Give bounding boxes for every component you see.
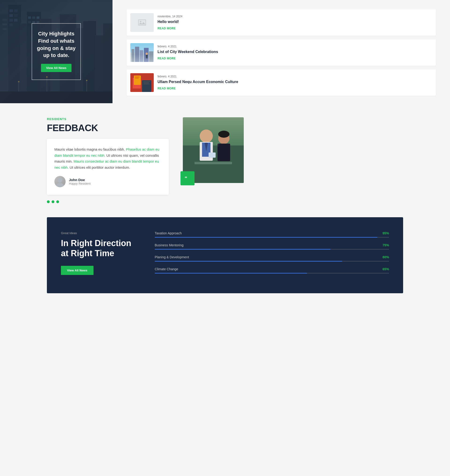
svg-rect-67	[195, 162, 232, 164]
progress-value-4: 65%	[383, 267, 389, 271]
progress-item-2: Business Mentoring 75%	[155, 243, 389, 250]
svg-point-60	[200, 129, 213, 143]
svg-rect-42	[140, 50, 143, 62]
progress-value-3: 80%	[383, 255, 389, 259]
progress-label-2: Business Mentoring	[155, 243, 184, 247]
progress-label-4: Climate Change	[155, 267, 178, 271]
hero-image-panel: City Highlights Find out whats going on …	[0, 0, 112, 103]
progress-fill-1	[155, 237, 377, 238]
news-date-1: noviembre, 14 2024	[158, 15, 432, 18]
progress-fill-2	[155, 249, 331, 250]
hero-content-box: City Highlights Find out whats going on …	[32, 23, 81, 80]
feedback-left-panel: RESIDENTS FEEDBACK Mauris vitae lobortis…	[47, 117, 169, 203]
svg-rect-68	[209, 152, 216, 158]
svg-rect-54	[135, 77, 140, 77]
svg-rect-50	[142, 80, 151, 92]
read-more-link-2[interactable]: READ MORE	[158, 57, 176, 60]
feedback-section-label: RESIDENTS	[47, 117, 169, 121]
read-more-link-3[interactable]: READ MORE	[158, 87, 176, 90]
svg-rect-52	[143, 83, 149, 83]
progress-value-1: 95%	[383, 231, 389, 235]
progress-header-2: Business Mentoring 75%	[155, 243, 389, 247]
news-card-1: noviembre, 14 2024 Hello world! READ MOR…	[127, 9, 436, 36]
svg-rect-36	[138, 20, 146, 25]
dot-3[interactable]	[56, 200, 59, 203]
svg-rect-46	[146, 55, 148, 58]
svg-rect-40	[131, 49, 134, 62]
news-headline-1: Hello world!	[158, 19, 432, 24]
progress-header-1: Taxation Approach 95%	[155, 231, 389, 235]
svg-rect-44	[149, 51, 153, 62]
news-date-3: febrero, 4 2021	[158, 75, 432, 78]
read-more-link-1[interactable]: READ MORE	[158, 27, 176, 30]
author-avatar	[54, 176, 66, 187]
news-info-1: noviembre, 14 2024 Hello world! READ MOR…	[158, 15, 432, 30]
news-thumb-1	[130, 13, 154, 32]
svg-rect-55	[135, 78, 139, 78]
feedback-author: John Doe Happy Resident	[54, 176, 161, 187]
news-card-2: febrero, 4 2021 List of City Weekend Cel…	[127, 39, 436, 66]
feedback-highlight-1: Phasellus ac diam eu diam blandit tempor…	[54, 147, 159, 157]
svg-rect-51	[143, 81, 150, 82]
progress-bar-3	[155, 261, 389, 262]
dot-1[interactable]	[47, 200, 50, 203]
news-info-3: febrero, 4 2021 Ullam Persed Nequ Accum …	[158, 75, 432, 90]
svg-point-56	[58, 178, 62, 182]
progress-bar-2	[155, 249, 389, 250]
progress-label-3: Planing & Development	[155, 255, 189, 259]
progress-bar-4	[155, 273, 389, 274]
progress-label-1: Taxation Approach	[155, 231, 182, 235]
author-name: John Doe	[69, 178, 91, 182]
hero-title: City Highlights Find out whats going on …	[37, 30, 76, 59]
stats-left-panel: Great Ideas In Right Direction at Right …	[61, 231, 136, 275]
progress-item-1: Taxation Approach 95%	[155, 231, 389, 238]
progress-header-3: Planing & Development 80%	[155, 255, 389, 259]
progress-item-4: Climate Change 65%	[155, 267, 389, 274]
stats-label: Great Ideas	[61, 231, 136, 235]
news-date-2: febrero, 4 2021	[158, 45, 432, 48]
author-avatar-image	[54, 176, 66, 187]
stats-title: In Right Direction at Right Time	[61, 238, 136, 258]
carousel-dots	[47, 200, 169, 203]
news-headline-2: List of City Weekend Celebrations	[158, 49, 432, 54]
hero-section: City Highlights Find out whats going on …	[0, 0, 450, 103]
svg-rect-43	[144, 48, 148, 62]
placeholder-image-1	[130, 13, 154, 32]
news-thumb-2	[130, 43, 154, 62]
feedback-section: RESIDENTS FEEDBACK Mauris vitae lobortis…	[0, 103, 450, 217]
progress-value-2: 75%	[383, 243, 389, 247]
svg-rect-41	[135, 47, 139, 62]
hero-view-all-button[interactable]: View All News	[41, 64, 72, 72]
progress-fill-4	[155, 273, 307, 274]
quote-badge: "	[180, 171, 195, 185]
author-role: Happy Resident	[69, 182, 91, 185]
progress-bar-1	[155, 237, 389, 238]
dot-2[interactable]	[52, 200, 54, 203]
news-info-2: febrero, 4 2021 List of City Weekend Cel…	[158, 45, 432, 60]
news-thumb-3	[130, 73, 154, 92]
news-list: noviembre, 14 2024 Hello world! READ MOR…	[112, 0, 450, 103]
bottom-spacer	[0, 293, 450, 307]
feedback-text: Mauris vitae lobortis magna eu faucibus …	[54, 146, 161, 170]
news-card-3: febrero, 4 2021 Ullam Persed Nequ Accum …	[127, 69, 436, 96]
progress-item-3: Planing & Development 80%	[155, 255, 389, 262]
svg-rect-65	[218, 144, 230, 161]
svg-point-66	[218, 131, 230, 138]
svg-point-45	[146, 53, 148, 55]
stats-view-all-button[interactable]: View All News	[61, 266, 94, 275]
progress-header-4: Climate Change 65%	[155, 267, 389, 271]
progress-fill-3	[155, 261, 342, 262]
svg-point-37	[140, 21, 141, 22]
feedback-right-panel: "	[183, 117, 244, 183]
svg-point-57	[56, 183, 64, 187]
feedback-highlight-2: Mauris consectetiur ac diam eu diam blan…	[54, 159, 159, 169]
author-info: John Doe Happy Resident	[69, 178, 91, 185]
feedback-title: FEEDBACK	[47, 123, 169, 133]
svg-rect-53	[143, 84, 150, 84]
svg-text:": "	[185, 175, 187, 181]
news-headline-3: Ullam Persed Nequ Accum Economic Culture	[158, 79, 432, 84]
stats-section: Great Ideas In Right Direction at Right …	[47, 217, 403, 293]
feedback-card: Mauris vitae lobortis magna eu faucibus …	[47, 139, 169, 195]
stats-right-panel: Taxation Approach 95% Business Mentoring…	[155, 231, 389, 279]
